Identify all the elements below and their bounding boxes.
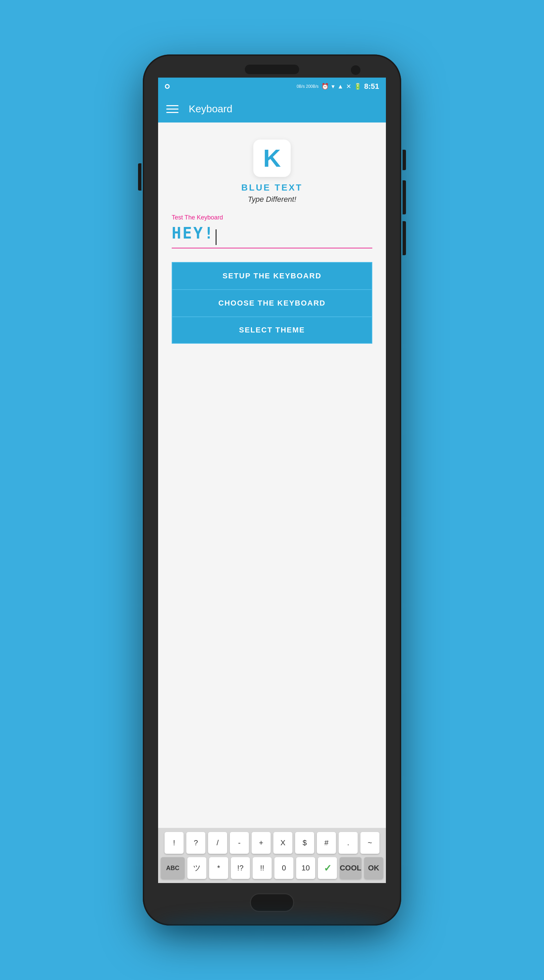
phone-device: 0B/s 200B/s ⏰ ▾ ▲ ✕ 🔋 8:51 Keyboard <box>143 54 401 926</box>
input-label: Test The Keyboard <box>172 214 372 221</box>
speaker <box>245 65 299 74</box>
volume-up-button <box>403 180 406 215</box>
key-ten[interactable]: 10 <box>296 857 315 879</box>
hamburger-line-1 <box>166 105 179 106</box>
wifi-icon: ▾ <box>331 83 335 90</box>
key-checkmark[interactable]: ✓ <box>318 857 337 879</box>
power-button <box>403 150 406 170</box>
status-right: 0B/s 200B/s ⏰ ▾ ▲ ✕ 🔋 8:51 <box>297 82 379 91</box>
app-tagline: Type Different! <box>248 195 297 204</box>
key-asterisk[interactable]: * <box>209 857 228 879</box>
status-left <box>165 84 170 89</box>
keyboard-area: ! ? / - + X $ # . ~ ABC ツ * !? !! <box>158 828 386 883</box>
hamburger-line-3 <box>166 112 179 113</box>
toolbar: Keyboard <box>158 95 386 123</box>
signal-icon: ▲ <box>337 83 343 90</box>
key-double-exclaim[interactable]: !! <box>253 857 272 879</box>
action-buttons: SETUP THE KEYBOARD CHOOSE THE KEYBOARD S… <box>172 262 372 344</box>
key-period[interactable]: . <box>339 832 358 854</box>
page-wrapper: 0B/s 200B/s ⏰ ▾ ▲ ✕ 🔋 8:51 Keyboard <box>0 0 544 980</box>
select-theme-button[interactable]: SELECT THEME <box>172 317 372 344</box>
app-icon: K <box>253 140 291 177</box>
toolbar-title: Keyboard <box>189 103 232 115</box>
test-input-section: Test The Keyboard HEY! <box>172 214 372 248</box>
status-indicator <box>165 84 170 89</box>
alarm-icon: ⏰ <box>321 83 329 90</box>
text-input-container[interactable]: HEY! <box>172 224 372 248</box>
key-slash[interactable]: / <box>208 832 227 854</box>
key-dash[interactable]: - <box>230 832 249 854</box>
key-dollar[interactable]: $ <box>295 832 314 854</box>
key-interrobang[interactable]: !? <box>231 857 250 879</box>
key-tsu[interactable]: ツ <box>187 857 206 879</box>
menu-button[interactable] <box>166 105 179 113</box>
key-exclaim[interactable]: ! <box>165 832 184 854</box>
setup-keyboard-button[interactable]: SETUP THE KEYBOARD <box>172 262 372 289</box>
phone-shadow <box>156 915 388 936</box>
text-cursor <box>216 229 217 245</box>
volume-button <box>138 163 141 191</box>
key-abc[interactable]: ABC <box>161 857 185 879</box>
data-speed: 0B/s 200B/s <box>297 84 319 89</box>
phone-top <box>143 54 401 78</box>
key-x[interactable]: X <box>273 832 292 854</box>
keyboard-row-2: ABC ツ * !? !! 0 10 ✓ COOL OK <box>161 857 383 879</box>
volume-down-button <box>403 221 406 255</box>
keyboard-row-1: ! ? / - + X $ # . ~ <box>161 832 383 854</box>
phone-screen: 0B/s 200B/s ⏰ ▾ ▲ ✕ 🔋 8:51 Keyboard <box>158 78 386 883</box>
hamburger-line-2 <box>166 108 179 110</box>
signal-x-icon: ✕ <box>346 83 351 90</box>
text-input-value: HEY! <box>172 224 215 242</box>
choose-keyboard-button[interactable]: CHOOSE THE KEYBOARD <box>172 289 372 317</box>
app-icon-letter: K <box>263 144 281 172</box>
key-cool[interactable]: COOL <box>339 857 362 879</box>
key-question[interactable]: ? <box>186 832 205 854</box>
app-branding: K BLUE TEXT Type Different! <box>241 140 303 204</box>
checkmark-icon: ✓ <box>324 862 331 874</box>
home-button[interactable] <box>250 893 294 912</box>
key-plus[interactable]: + <box>252 832 271 854</box>
key-ok[interactable]: OK <box>364 857 383 879</box>
status-time: 8:51 <box>364 82 379 91</box>
main-content: K BLUE TEXT Type Different! Test The Key… <box>158 123 386 828</box>
key-zero[interactable]: 0 <box>274 857 293 879</box>
key-hash[interactable]: # <box>317 832 336 854</box>
battery-icon: 🔋 <box>354 83 362 90</box>
key-tilde[interactable]: ~ <box>360 832 379 854</box>
front-camera <box>351 65 360 75</box>
status-bar: 0B/s 200B/s ⏰ ▾ ▲ ✕ 🔋 8:51 <box>158 78 386 95</box>
app-name: BLUE TEXT <box>241 182 303 193</box>
